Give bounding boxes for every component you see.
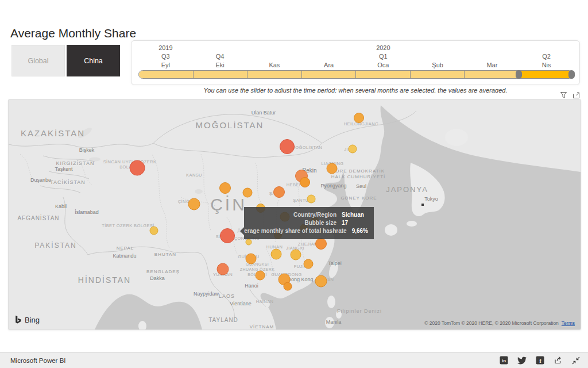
slider-month-row: EylEkiKasAraOcaŞubMarNis bbox=[138, 62, 574, 69]
bubble-tibet[interactable] bbox=[150, 227, 158, 235]
slider-quarter-label-q4: Q4 bbox=[216, 53, 225, 60]
svg-text:in: in bbox=[502, 358, 506, 363]
bubble-jiangxi[interactable] bbox=[291, 250, 301, 260]
tooltip-label: Average monthly share of total hashrate bbox=[237, 227, 347, 235]
tooltip-label: Country/Region bbox=[249, 211, 336, 219]
twitter-icon[interactable] bbox=[517, 356, 527, 365]
slider-year-label-2019: 2019 bbox=[158, 44, 172, 51]
bubble-gansu[interactable] bbox=[219, 182, 231, 194]
bubble-ningxia[interactable] bbox=[243, 188, 253, 198]
bubble-hunan[interactable] bbox=[271, 249, 282, 260]
slider-hint: You can use the slider to adjust the tim… bbox=[131, 87, 580, 93]
time-slider-card: 20192020 Q3Q4Q1Q2 EylEkiKasAraOcaŞubMarN… bbox=[131, 40, 580, 85]
bubble-inner-mongolia[interactable] bbox=[280, 139, 295, 154]
tooltip-label: Bubble size bbox=[249, 219, 336, 227]
bubble-guangxi[interactable] bbox=[256, 271, 265, 281]
facebook-icon[interactable]: f bbox=[536, 356, 544, 365]
map-tooltip: Country/RegionSichuanBubble size17Averag… bbox=[244, 207, 374, 239]
slider-month-label-kas: Kas bbox=[269, 62, 280, 68]
slider-segment-nis[interactable] bbox=[519, 71, 574, 78]
region-toggle: Global China bbox=[11, 45, 120, 76]
bubble-liaoning[interactable] bbox=[327, 163, 338, 174]
slider-quarter-row: Q3Q4Q1Q2 bbox=[138, 53, 574, 60]
global-button[interactable]: Global bbox=[11, 45, 65, 76]
map-attribution: © 2020 TomTom © 2020 HERE, © 2020 Micros… bbox=[424, 320, 575, 326]
linkedin-icon[interactable]: in bbox=[500, 356, 508, 365]
filter-icon[interactable] bbox=[560, 91, 567, 99]
visual-header-icons bbox=[560, 91, 580, 99]
bubble-taiwan[interactable] bbox=[315, 275, 327, 288]
slider-quarter-label-q2: Q2 bbox=[542, 53, 551, 60]
map-copyright: © 2020 TomTom © 2020 HERE, © 2020 Micros… bbox=[424, 320, 559, 326]
tooltip-row-bubble-size: Bubble size17 bbox=[249, 219, 368, 227]
slider-segment-ub[interactable] bbox=[411, 71, 465, 78]
slider-month-label-nis: Nis bbox=[542, 62, 551, 68]
tooltip-value: 17 bbox=[342, 219, 368, 227]
bubble-xinjiang[interactable] bbox=[130, 160, 145, 176]
bubble-shanxi[interactable] bbox=[273, 186, 285, 198]
slider-month-label-oca: Oca bbox=[377, 62, 389, 68]
page-title: Average Monthly Share bbox=[10, 26, 136, 40]
bubble-guizhou[interactable] bbox=[246, 254, 257, 264]
china-button[interactable]: China bbox=[67, 45, 120, 76]
bubble-qinghai[interactable] bbox=[188, 198, 200, 210]
bubble-jilin[interactable] bbox=[349, 145, 357, 154]
slider-quarter-label-q1: Q1 bbox=[379, 53, 388, 60]
bing-logo[interactable]: Bing bbox=[14, 315, 40, 325]
slider-month-label-eyl: Eyl bbox=[161, 62, 170, 68]
tooltip-row-average-monthly-share-of-total-hashrate: Average monthly share of total hashrate9… bbox=[249, 227, 368, 235]
tooltip-value: Sichuan bbox=[342, 211, 368, 219]
bubble-heilongjiang[interactable] bbox=[354, 113, 364, 123]
slider-segment-eki[interactable] bbox=[194, 71, 248, 78]
slider-month-label-mar: Mar bbox=[486, 62, 497, 68]
bubble-hong-kong[interactable] bbox=[284, 282, 292, 291]
slider-handle-right[interactable] bbox=[568, 70, 575, 79]
collapse-icon[interactable] bbox=[572, 356, 580, 365]
social-icons: in f bbox=[500, 356, 580, 365]
bubble-zhejiang[interactable] bbox=[315, 238, 327, 250]
bubble-fujian[interactable] bbox=[304, 259, 314, 269]
slider-segment-oca[interactable] bbox=[356, 71, 411, 78]
slider-month-label-ub: Şub bbox=[432, 62, 443, 68]
tooltip-row-country-region: Country/RegionSichuan bbox=[249, 211, 368, 219]
slider-year-row: 20192020 bbox=[138, 44, 574, 52]
bubble-chongqing[interactable] bbox=[246, 239, 252, 246]
tooltip-value: 9,66% bbox=[352, 227, 368, 235]
bubble-tianjin[interactable] bbox=[300, 177, 310, 187]
powerbi-brand: Microsoft Power BI bbox=[10, 357, 66, 364]
slider-segment-mar[interactable] bbox=[465, 71, 519, 78]
terms-link[interactable]: Terms bbox=[562, 320, 575, 326]
slider-segment-ara[interactable] bbox=[302, 71, 357, 78]
slider-segment-kas[interactable] bbox=[247, 71, 302, 78]
footer-bar: Microsoft Power BI in f bbox=[0, 352, 588, 368]
slider-segment-eyl[interactable] bbox=[139, 71, 194, 78]
slider-year-label-2020: 2020 bbox=[376, 44, 390, 51]
tooltip-rows: Country/RegionSichuanBubble size17Averag… bbox=[249, 211, 368, 235]
bing-label: Bing bbox=[25, 316, 40, 324]
time-slider-track[interactable] bbox=[138, 70, 574, 79]
bubble-yunnan[interactable] bbox=[217, 263, 229, 275]
slider-month-label-ara: Ara bbox=[324, 62, 334, 68]
bubble-shandong[interactable] bbox=[307, 195, 316, 204]
slider-month-label-eki: Eki bbox=[215, 62, 224, 68]
share-icon[interactable] bbox=[554, 356, 563, 365]
slider-quarter-label-q3: Q3 bbox=[161, 53, 170, 60]
focus-mode-icon[interactable] bbox=[572, 91, 580, 99]
bing-icon bbox=[14, 315, 22, 325]
map-visual[interactable]: KAZAKİSTANMOĞOLİSTANÇİNHİNDİSTANPAKİSTAN… bbox=[8, 99, 581, 330]
svg-text:f: f bbox=[539, 357, 541, 364]
bubble-sichuan[interactable] bbox=[220, 228, 235, 243]
slider-handle-left[interactable] bbox=[516, 70, 522, 79]
